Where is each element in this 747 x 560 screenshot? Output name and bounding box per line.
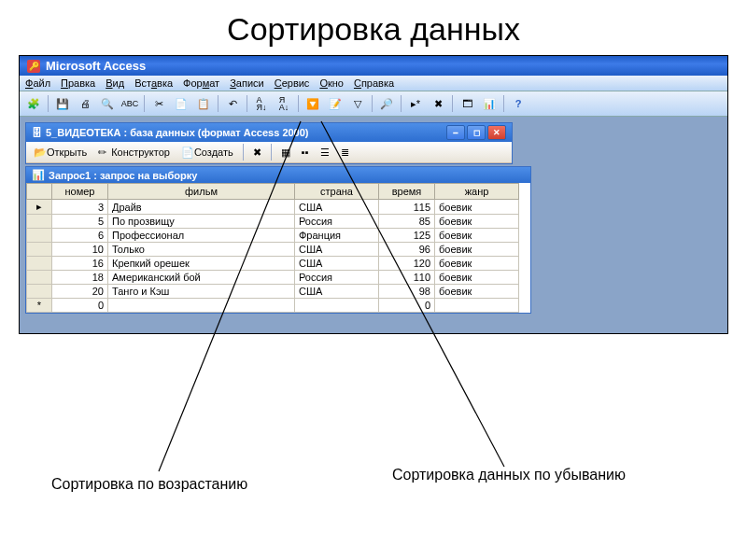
svg-line-0 bbox=[159, 121, 301, 471]
callout-lines bbox=[0, 0, 747, 560]
svg-line-1 bbox=[321, 121, 504, 467]
